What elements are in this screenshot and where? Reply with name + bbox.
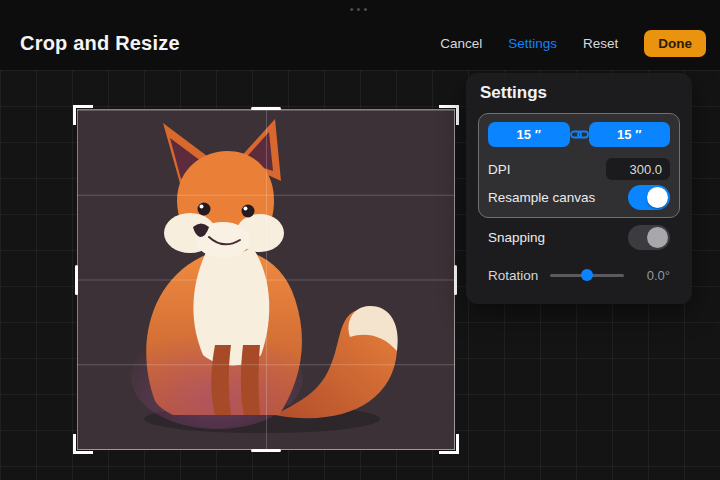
crop-handle-top-right[interactable] [439,105,459,125]
rotation-value: 0.0° [634,268,670,283]
resample-label: Resample canvas [488,190,595,205]
snapping-label: Snapping [488,230,545,245]
link-icon[interactable] [570,128,589,141]
dpi-label: DPI [488,162,511,177]
crop-region[interactable] [77,109,455,450]
crop-handle-top[interactable] [251,107,281,110]
crop-and-resize-screen: ••• Crop and Resize Cancel Settings Rese… [0,0,720,480]
resample-row: Resample canvas [488,183,670,211]
settings-tab-button[interactable]: Settings [508,36,557,51]
page-title: Crop and Resize [20,32,180,55]
cancel-button[interactable]: Cancel [440,36,482,51]
resample-toggle[interactable] [628,185,670,210]
crop-handle-bottom-left[interactable] [73,434,93,454]
settings-panel: Settings 15 ″ 15 ″ DPI [466,73,692,304]
titlebar-row: Crop and Resize Cancel Settings Reset Do… [20,30,706,57]
reset-button[interactable]: Reset [583,36,618,51]
rotation-row: Rotation 0.0° [478,258,680,292]
settings-heading: Settings [480,83,678,103]
resample-toggle-knob [647,187,668,208]
crop-handle-right[interactable] [454,265,457,295]
grab-handle-dots: ••• [350,3,371,15]
width-button[interactable]: 15 ″ [488,122,570,147]
dimensions-group: 15 ″ 15 ″ DPI 300.0 [478,113,680,218]
crop-handle-top-left[interactable] [73,105,93,125]
done-button[interactable]: Done [644,30,706,57]
height-button[interactable]: 15 ″ [589,122,671,147]
rotation-label: Rotation [488,268,548,283]
canvas-workspace[interactable]: Settings 15 ″ 15 ″ DPI [0,70,720,480]
crop-handle-bottom-right[interactable] [439,434,459,454]
dpi-row: DPI 300.0 [488,155,670,183]
snapping-row: Snapping [478,221,680,254]
snapping-toggle[interactable] [628,225,670,250]
dimensions-row: 15 ″ 15 ″ [488,122,670,147]
rotation-slider-thumb[interactable] [581,269,593,281]
titlebar-actions: Cancel Settings Reset Done [440,30,706,57]
dpi-value-field[interactable]: 300.0 [606,158,670,180]
snapping-toggle-knob [647,227,668,248]
rotation-slider[interactable] [550,268,624,282]
crop-handle-left[interactable] [75,265,78,295]
crop-thirds-grid [77,109,455,450]
titlebar: ••• Crop and Resize Cancel Settings Rese… [0,0,720,70]
crop-handle-bottom[interactable] [251,449,281,452]
